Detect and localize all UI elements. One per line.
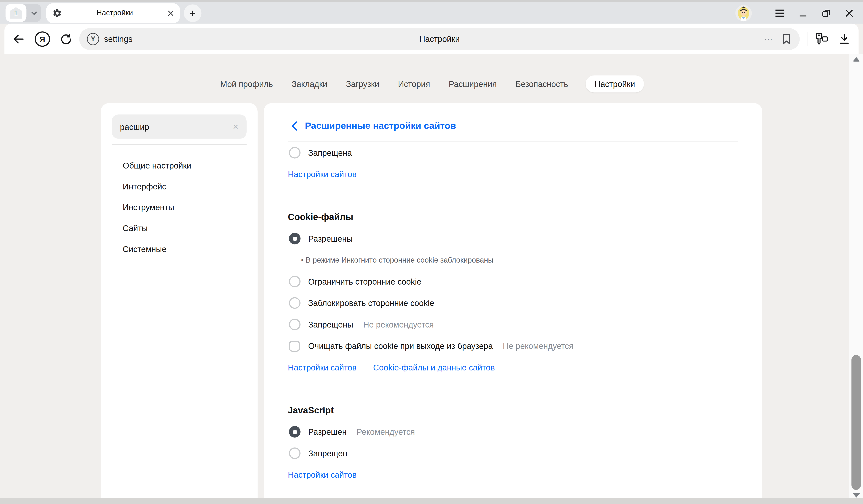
sidebar-item-sites[interactable]: Сайты (101, 217, 258, 238)
sidebar-item-system[interactable]: Системные (101, 238, 258, 259)
profile-avatar[interactable] (735, 5, 752, 21)
tab-counter-badge: 1 (10, 7, 22, 19)
tab-counter-button[interactable]: 1 (5, 4, 26, 22)
reload-button[interactable] (60, 32, 73, 45)
cookie-data-link[interactable]: Cookie-файлы и данные сайтов (373, 363, 495, 372)
address-bar[interactable]: Y settings Настройки ⋯ (79, 28, 800, 50)
nav-tab-history[interactable]: История (397, 75, 431, 92)
radio-option-cookies-allowed[interactable]: Разрешены (288, 228, 738, 249)
chevron-down-icon (30, 9, 38, 17)
nav-tab-downloads[interactable]: Загрузки (345, 75, 380, 92)
not-recommended-badge: Не рекомендуется (503, 341, 573, 351)
site-favicon-icon: Y (87, 33, 99, 45)
sidebar-item-tools[interactable]: Инструменты (101, 197, 258, 217)
tab-bar: 1 Настройки + (0, 2, 863, 24)
tab-list-dropdown-button[interactable] (26, 9, 41, 17)
radio-option-block-third-party[interactable]: Заблокировать сторонние cookie (288, 292, 738, 314)
page-title[interactable]: Расширенные настройки сайтов (305, 121, 456, 131)
radio-icon[interactable] (289, 448, 301, 459)
settings-sidebar: × Общие настройки Интерфейс Инструменты … (101, 103, 258, 498)
yandex-logo-icon[interactable]: Я (35, 31, 50, 46)
radio-option-js-forbidden[interactable]: Запрещен (288, 442, 738, 464)
incognito-note: • В режиме Инкогнито сторонние cookie за… (288, 249, 738, 271)
tab-title: Настройки (62, 9, 167, 17)
radio-option-cookies-forbidden[interactable]: Запрещены Не рекомендуется (288, 314, 738, 335)
browser-menu-button[interactable] (772, 5, 788, 21)
radio-option-limit-third-party[interactable]: Ограничить сторонние cookie (288, 271, 738, 292)
tab-counter-group[interactable]: 1 (5, 4, 41, 22)
settings-page: Мой профиль Закладки Загрузки История Ра… (0, 54, 863, 498)
radio-option-js-allowed[interactable]: Разрешен Рекомендуется (288, 421, 738, 442)
new-tab-button[interactable]: + (184, 4, 201, 22)
gear-icon (52, 8, 62, 18)
radio-selected-icon[interactable] (289, 233, 301, 244)
site-settings-link-3[interactable]: Настройки сайтов (288, 470, 357, 479)
browser-tab-settings[interactable]: Настройки (46, 3, 180, 23)
radio-option-forbidden[interactable]: Запрещена (288, 142, 738, 163)
url-text[interactable]: settings (104, 34, 133, 43)
close-icon (845, 9, 853, 17)
tab-close-icon[interactable] (167, 10, 174, 16)
checkbox-clear-cookies-on-exit[interactable]: Очищать файлы cookie при выходе из брауз… (288, 335, 738, 357)
site-settings-link-1[interactable]: Настройки сайтов (288, 169, 357, 179)
nav-tab-settings[interactable]: Настройки (586, 75, 644, 92)
recommended-badge: Рекомендуется (357, 427, 415, 437)
radio-selected-icon[interactable] (289, 426, 301, 438)
settings-content: Расширенные настройки сайтов Запрещена Н… (264, 103, 762, 498)
scroll-up-icon[interactable] (852, 57, 860, 62)
password-manager-icon[interactable] (814, 32, 829, 46)
settings-nav-tabs: Мой профиль Закладки Загрузки История Ра… (0, 75, 863, 92)
address-toolbar: Я Y settings Настройки ⋯ (4, 24, 859, 54)
close-window-button[interactable] (841, 5, 858, 21)
restore-icon (822, 9, 831, 17)
nav-tab-profile[interactable]: Мой профиль (219, 75, 274, 92)
browser-window: 1 Настройки + (0, 0, 863, 504)
window-top-edge (0, 0, 863, 2)
site-settings-link-2[interactable]: Настройки сайтов (288, 363, 357, 372)
page-scrollbar[interactable] (849, 54, 863, 498)
more-actions-icon[interactable]: ⋯ (764, 34, 773, 44)
checkbox-icon[interactable] (289, 340, 300, 351)
plus-icon: + (190, 7, 196, 19)
not-recommended-badge: Не рекомендуется (363, 320, 434, 329)
sidebar-divider (112, 144, 247, 145)
nav-tab-bookmarks[interactable]: Закладки (291, 75, 328, 92)
radio-icon[interactable] (289, 147, 301, 159)
nav-tab-extensions[interactable]: Расширения (448, 75, 498, 92)
omnibox-page-title: Настройки (79, 34, 800, 43)
javascript-section-heading: JavaScript (288, 405, 334, 416)
back-button[interactable] (12, 32, 25, 45)
nav-tab-security[interactable]: Безопасность (514, 75, 569, 92)
restore-button[interactable] (818, 5, 835, 21)
settings-search-box[interactable]: × (112, 115, 247, 139)
hamburger-icon (775, 9, 785, 17)
toolbar-divider (807, 32, 808, 46)
scroll-down-icon[interactable] (852, 493, 860, 497)
minimize-icon (799, 9, 807, 17)
radio-icon[interactable] (289, 276, 301, 287)
window-bottom-edge (0, 498, 863, 504)
clear-search-icon[interactable]: × (233, 122, 238, 131)
back-chevron-icon[interactable] (291, 121, 298, 131)
radio-icon[interactable] (289, 319, 301, 330)
bookmark-icon[interactable] (781, 33, 792, 45)
sidebar-item-interface[interactable]: Интерфейс (101, 176, 258, 197)
sidebar-item-general[interactable]: Общие настройки (101, 155, 258, 176)
scrollbar-thumb[interactable] (851, 355, 861, 490)
downloads-icon[interactable] (838, 32, 851, 45)
radio-icon[interactable] (289, 297, 301, 309)
minimize-button[interactable] (795, 5, 811, 21)
settings-search-input[interactable] (120, 122, 233, 131)
cookies-section-heading: Cookie-файлы (288, 212, 353, 222)
